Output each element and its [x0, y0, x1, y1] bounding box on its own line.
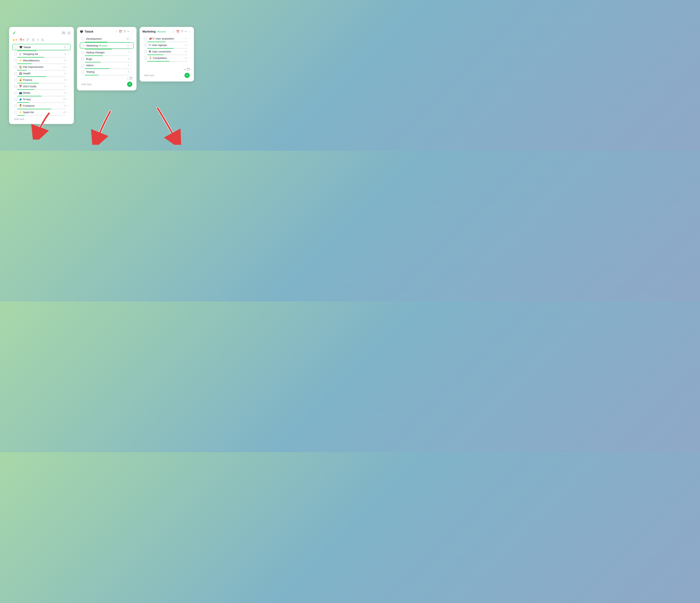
item-star[interactable]: ☆	[67, 85, 69, 88]
history-filter[interactable]	[32, 38, 35, 41]
task-star[interactable]: ☆	[130, 51, 132, 54]
task-count: 1	[185, 44, 186, 46]
edit-action-icon[interactable]: ✏	[185, 30, 187, 33]
svg-rect-3	[27, 38, 29, 39]
filter-action-icon[interactable]	[124, 30, 126, 33]
star-action-icon[interactable]: ☆	[173, 30, 175, 33]
task-checkbox[interactable]	[81, 37, 84, 41]
task-checkbox[interactable]	[81, 57, 84, 60]
task-checkbox[interactable]	[144, 37, 147, 40]
list-item[interactable]: 🏥 Health 1 ☆	[12, 71, 71, 76]
item-checkbox[interactable]	[14, 65, 17, 69]
more-action-icon[interactable]: ⋯	[189, 30, 191, 33]
item-checkbox[interactable]	[14, 46, 18, 49]
task-item[interactable]: 📣🗨 User acquisition 7 ☆	[143, 36, 191, 41]
task-star[interactable]: ☆	[188, 57, 190, 59]
item-star[interactable]: ☆	[67, 91, 69, 95]
search-filter[interactable]	[41, 38, 44, 41]
item-checkbox[interactable]	[14, 59, 17, 62]
task-star[interactable]: ☆	[188, 50, 190, 53]
task-item[interactable]: Development 32 ☆	[80, 36, 134, 42]
task-star[interactable]: ☆	[130, 71, 132, 73]
item-checkbox[interactable]	[14, 111, 17, 114]
more-action-icon[interactable]: ⋯	[131, 30, 134, 33]
task-star[interactable]: ☆	[188, 37, 190, 40]
task-checkbox[interactable]	[81, 51, 84, 54]
item-checkbox[interactable]	[14, 72, 17, 75]
list-item[interactable]: 💰 Finance 6 ☆	[12, 77, 71, 82]
task-item[interactable]: 🛠 User conversion 5 ☆	[143, 49, 191, 54]
item-checkbox[interactable]	[14, 91, 17, 95]
task-star[interactable]: ☆	[130, 64, 132, 67]
item-count: 11	[64, 66, 66, 68]
list-filter[interactable]	[27, 38, 29, 41]
hash-filter[interactable]: #	[37, 38, 39, 42]
add-task-plus-button[interactable]: +	[184, 73, 190, 78]
task-item[interactable]: 🏃 Competitors 3 ☆	[143, 55, 191, 61]
item-star[interactable]: ☆	[67, 72, 69, 75]
item-checkbox[interactable]	[14, 85, 17, 88]
task-star[interactable]: ☆	[188, 44, 190, 47]
starred-filter[interactable]: ⭐ 6	[12, 38, 17, 41]
task-checkbox[interactable]	[144, 50, 147, 53]
svg-rect-9	[187, 68, 190, 71]
task-item[interactable]: Admin 3 ☆	[80, 62, 134, 68]
task-item[interactable]: ✏ User signups 1 ☆	[143, 42, 191, 48]
task-star[interactable]: ☆	[130, 57, 132, 60]
item-star[interactable]: ☆	[67, 111, 69, 114]
panel3-bottom-row: 16	[143, 67, 191, 72]
task-item[interactable]: Styling changes 7 ☆	[80, 50, 134, 55]
list-item[interactable]: 📅 2023 Goals 4 ☆	[12, 83, 71, 89]
list-item[interactable]: ⚡ Spark list 47 ☆	[12, 109, 71, 115]
list-item[interactable]: ⚡ Miscellaneous 2 ☆	[12, 57, 71, 63]
item-label: 👨‍💼 Freelance	[19, 104, 65, 107]
task-checkbox[interactable]	[144, 56, 147, 60]
settings-icon[interactable]	[67, 31, 71, 35]
item-star[interactable]: ☆	[67, 78, 69, 81]
list-item[interactable]: 🏠 Flat improvement 11 ☆	[12, 64, 71, 70]
task-label: Styling changes	[86, 51, 128, 54]
task-checkbox[interactable]	[81, 64, 84, 67]
task-item[interactable]: Testing 5 ☆	[80, 69, 134, 75]
task-star[interactable]: ☆	[130, 37, 132, 40]
item-star[interactable]: ☆	[67, 59, 69, 62]
task-checkbox[interactable]	[81, 44, 85, 47]
list-item[interactable]: 🧳 To buy 17 ☆	[12, 96, 71, 102]
svg-point-1	[64, 32, 65, 33]
add-task-plus-button[interactable]: +	[127, 82, 132, 87]
list-item[interactable]: 🖤 Tatask 6 ☆	[12, 44, 71, 50]
panel-marketing: Marketing #funnel ☆ ⏰ ✏ ⋯ 📣🗨 User acquis…	[140, 27, 194, 81]
item-star[interactable]: ☆	[67, 98, 69, 101]
item-star[interactable]: ☆	[67, 52, 69, 56]
list-item[interactable]: 🛒 Shopping list 3 ☆	[12, 51, 71, 57]
people-icon[interactable]	[61, 31, 66, 35]
item-star[interactable]: ☆	[67, 65, 69, 69]
list-item[interactable]: 📺 Media 6 ☆	[12, 90, 71, 96]
add-task-label[interactable]: Add task...	[81, 83, 94, 86]
task-item[interactable]: Bugs 8 ☆	[80, 56, 134, 61]
timer-filter[interactable]: ⏰ 4	[19, 38, 24, 41]
task-star[interactable]: ☆	[130, 44, 132, 47]
filter-action-icon[interactable]	[181, 30, 183, 33]
item-checkbox[interactable]	[14, 104, 17, 107]
task-item[interactable]: Marketing #funnel 4 ☆	[80, 42, 134, 49]
panel3-add-task[interactable]: Add task... +	[143, 72, 191, 79]
add-task-button[interactable]: Add task...	[12, 116, 71, 121]
item-star[interactable]: ☆	[67, 104, 69, 107]
item-checkbox[interactable]	[14, 78, 17, 81]
task-checkbox[interactable]	[81, 70, 84, 74]
item-checkbox[interactable]	[14, 98, 17, 101]
item-star[interactable]: ☆	[66, 46, 69, 49]
panel2-add-task[interactable]: Add task... +	[80, 81, 134, 88]
list-item[interactable]: 👨‍💼 Freelance 5 ☆	[12, 103, 71, 108]
clock-action-icon[interactable]: ⏰	[176, 30, 179, 33]
clock-action-icon[interactable]: ⏰	[119, 30, 122, 33]
panel2-bottom-count: 1	[127, 77, 128, 80]
task-checkbox[interactable]	[144, 44, 147, 47]
panel2-action-icons: ☆ ⏰ ✏ ⋯	[115, 30, 134, 33]
item-count: 17	[64, 98, 66, 101]
add-task-label[interactable]: Add task...	[144, 74, 156, 77]
edit-action-icon[interactable]: ✏	[127, 30, 130, 33]
item-checkbox[interactable]	[14, 52, 17, 56]
star-action-icon[interactable]: ☆	[115, 30, 118, 33]
